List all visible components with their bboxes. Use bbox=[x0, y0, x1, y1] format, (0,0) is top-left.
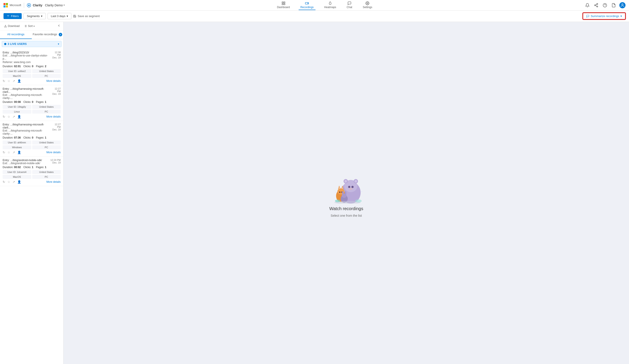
main-layout: Download Sort ▾ All recordings Favorite … bbox=[0, 22, 629, 364]
daterange-label: Last 3 days bbox=[51, 14, 65, 18]
tab-all-label: All recordings bbox=[7, 33, 24, 36]
card-entry: Entry: .../blog/harnessing-microsoft-cla… bbox=[3, 87, 51, 93]
nav-heatmaps-label: Heatmaps bbox=[324, 6, 336, 9]
download-icon bbox=[4, 24, 7, 28]
summarize-recordings-button[interactable]: Summarize recordings ▾ bbox=[583, 13, 626, 19]
download-label: Download bbox=[8, 24, 19, 28]
download-button[interactable]: Download bbox=[3, 24, 21, 28]
nav-settings[interactable]: Settings bbox=[361, 0, 374, 10]
share-card-icon[interactable]: ↗ bbox=[12, 180, 15, 184]
card-time: 12:38 PMDec. 19 bbox=[51, 51, 61, 59]
more-details-link[interactable]: More details bbox=[46, 151, 61, 154]
share-card-icon[interactable]: ↗ bbox=[12, 151, 15, 154]
card-entry: Entry: .../blog/android-mobile-sdk/ bbox=[3, 159, 42, 162]
sort-button[interactable]: Sort ▾ bbox=[22, 24, 36, 28]
recording-card[interactable]: Entry: .../blog/android-mobile-sdk/ Exit… bbox=[0, 157, 63, 186]
favorite-icon[interactable]: ☆ bbox=[7, 180, 10, 184]
content-area: Watch recordings Select one from the lis… bbox=[64, 22, 629, 364]
live-users-banner[interactable]: 3 LIVE USERS ▾ bbox=[2, 41, 62, 47]
microsoft-label: Microsoft bbox=[10, 3, 21, 7]
summarize-chevron: ▾ bbox=[621, 14, 622, 18]
save-segment-button[interactable]: Save as segment bbox=[73, 14, 99, 18]
device: PC bbox=[32, 74, 61, 78]
summarize-icon bbox=[586, 15, 589, 18]
heatmaps-icon bbox=[328, 1, 332, 5]
card-stats: Duration: 00:08 Clicks: 0 Pages: 1 bbox=[3, 100, 61, 103]
notifications-icon[interactable] bbox=[584, 2, 591, 8]
microsoft-logo bbox=[3, 3, 8, 7]
recording-card[interactable]: Entry: .../blog/harnessing-microsoft-cla… bbox=[0, 85, 63, 121]
nav-dashboard[interactable]: Dashboard bbox=[275, 0, 292, 10]
top-nav: Microsoft Clarity Clarity Demo ▾ Dashboa… bbox=[0, 0, 629, 10]
tab-favorite-recordings[interactable]: Favorite recordings 8 bbox=[32, 30, 64, 39]
dashboard-icon bbox=[282, 1, 286, 5]
favorite-icon[interactable]: ☆ bbox=[7, 151, 10, 154]
svg-point-8 bbox=[597, 3, 598, 4]
replay-icon[interactable]: ↻ bbox=[3, 115, 5, 118]
project-selector[interactable]: Clarity Demo ▾ bbox=[45, 3, 65, 7]
help-icon[interactable] bbox=[602, 2, 608, 8]
card-actions: ↻ ☆ ↗ 👤 More details bbox=[3, 115, 61, 118]
user-card-icon[interactable]: 👤 bbox=[17, 79, 21, 83]
svg-point-15 bbox=[622, 3, 623, 5]
nav-chat-label: Chat bbox=[347, 6, 352, 9]
user-avatar[interactable] bbox=[619, 2, 626, 8]
nav-settings-label: Settings bbox=[363, 6, 372, 9]
card-actions: ↻ ☆ ↗ 👤 More details bbox=[3, 151, 61, 154]
country: United States bbox=[32, 105, 61, 109]
card-meta: User ID: 1dcwmi4 United States MacOS PC bbox=[3, 170, 61, 179]
tab-all-recordings[interactable]: All recordings bbox=[0, 30, 32, 39]
os: Linux bbox=[3, 110, 31, 114]
chat-icon bbox=[347, 1, 351, 5]
svg-point-51 bbox=[334, 190, 335, 191]
settings-icon bbox=[365, 1, 369, 5]
sidebar-collapse bbox=[57, 24, 61, 28]
empty-state: Watch recordings Select one from the lis… bbox=[324, 169, 368, 217]
card-entry: Entry: .../blog/harnessing-microsoft-cla… bbox=[3, 123, 51, 129]
card-stats: Duration: 02:01 Clicks: 0 Pages: 2 bbox=[3, 65, 61, 68]
collapse-button[interactable] bbox=[57, 24, 61, 28]
svg-point-32 bbox=[348, 186, 350, 188]
replay-icon[interactable]: ↻ bbox=[3, 151, 5, 154]
svg-point-33 bbox=[351, 186, 354, 188]
recording-card[interactable]: Entry: .../blog/harnessing-microsoft-cla… bbox=[0, 121, 63, 157]
card-stats: Duration: 00:02 Clicks: 1 Pages: 1 bbox=[3, 166, 61, 169]
user-card-icon[interactable]: 👤 bbox=[17, 151, 21, 154]
user-card-icon[interactable]: 👤 bbox=[17, 180, 21, 184]
user-card-icon[interactable]: 👤 bbox=[17, 115, 21, 118]
country: United States bbox=[32, 141, 61, 144]
svg-line-12 bbox=[596, 4, 597, 5]
card-exit: Exit: .../blog/harnessing-microsoft-clar… bbox=[3, 93, 51, 99]
replay-icon[interactable]: ↻ bbox=[3, 79, 5, 83]
nav-recordings-label: Recordings bbox=[300, 6, 314, 9]
segments-button[interactable]: Segments ▾ bbox=[23, 13, 46, 19]
share-icon[interactable] bbox=[593, 2, 599, 8]
os: MacOS bbox=[3, 74, 31, 78]
more-details-link[interactable]: More details bbox=[46, 180, 61, 183]
share-card-icon[interactable]: ↗ bbox=[12, 115, 15, 118]
card-time: 12:24 PMDec. 19 bbox=[50, 159, 61, 164]
svg-point-45 bbox=[342, 191, 344, 195]
document-icon[interactable] bbox=[611, 2, 617, 8]
recording-card[interactable]: Entry: .../blog/2023/10/ Exit: .../blog/… bbox=[0, 49, 63, 85]
more-details-link[interactable]: More details bbox=[46, 115, 61, 118]
nav-heatmaps[interactable]: Heatmaps bbox=[322, 0, 338, 10]
tab-favorite-label: Favorite recordings bbox=[33, 33, 57, 36]
filters-button[interactable]: Filters bbox=[3, 13, 22, 19]
live-indicator: 3 LIVE USERS bbox=[4, 42, 27, 46]
favorite-icon[interactable]: ☆ bbox=[7, 115, 10, 118]
nav-divider bbox=[24, 3, 24, 8]
share-card-icon[interactable]: ↗ bbox=[12, 79, 15, 83]
sort-chevron: ▾ bbox=[33, 25, 35, 27]
favorite-icon[interactable]: ☆ bbox=[7, 79, 10, 83]
more-details-link[interactable]: More details bbox=[46, 80, 61, 83]
card-entry: Entry: .../blog/2023/10/ bbox=[3, 51, 51, 54]
nav-recordings[interactable]: Recordings bbox=[299, 0, 315, 10]
daterange-button[interactable]: Last 3 days ▾ bbox=[47, 13, 72, 19]
card-meta: User ID: ahl6mm United States Windows PC bbox=[3, 141, 61, 149]
segments-label: Segments bbox=[27, 14, 40, 18]
replay-icon[interactable]: ↻ bbox=[3, 180, 5, 184]
empty-subtitle: Select one from the list bbox=[331, 214, 362, 217]
filters-label: Filters bbox=[11, 14, 19, 18]
nav-chat[interactable]: Chat bbox=[345, 0, 354, 10]
